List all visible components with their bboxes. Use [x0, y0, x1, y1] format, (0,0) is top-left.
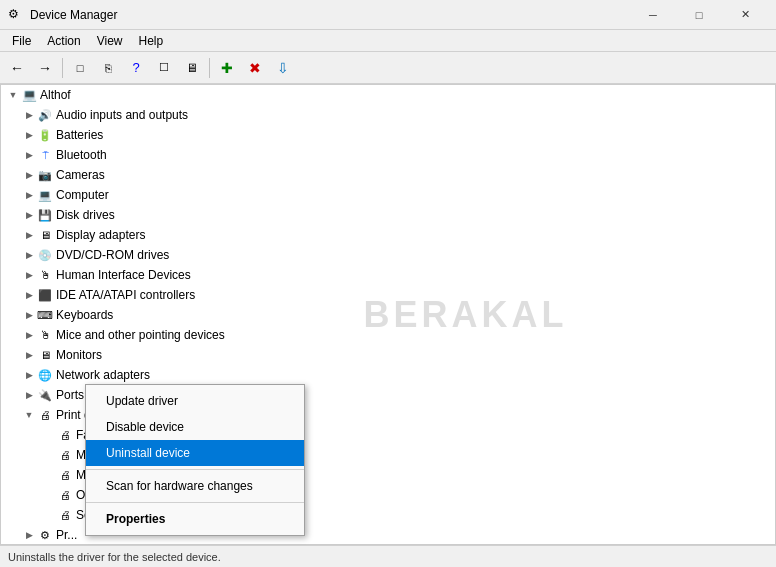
menu-bar: File Action View Help: [0, 30, 776, 52]
minimize-button[interactable]: ─: [630, 0, 676, 30]
ctx-update-driver[interactable]: Update driver: [86, 388, 304, 414]
hid-toggle[interactable]: ▶: [21, 267, 37, 283]
menu-file[interactable]: File: [4, 30, 39, 52]
monitor-button[interactable]: 🖥: [179, 55, 205, 81]
bluetooth-toggle[interactable]: ▶: [21, 147, 37, 163]
tree-bluetooth[interactable]: ▶ ⍑ Bluetooth: [1, 145, 775, 165]
tree-cameras[interactable]: ▶ 📷 Cameras: [1, 165, 775, 185]
tree-mice[interactable]: ▶ 🖱 Mice and other pointing devices: [1, 325, 775, 345]
ctx-uninstall-device[interactable]: Uninstall device: [86, 440, 304, 466]
window-title: Device Manager: [30, 8, 630, 22]
add-button[interactable]: ✚: [214, 55, 240, 81]
menu-help[interactable]: Help: [131, 30, 172, 52]
tree-batteries[interactable]: ▶ 🔋 Batteries: [1, 125, 775, 145]
maximize-button[interactable]: □: [676, 0, 722, 30]
mice-icon: 🖱: [37, 327, 53, 343]
display-button[interactable]: ☐: [151, 55, 177, 81]
tree-computer[interactable]: ▶ 💻 Computer: [1, 185, 775, 205]
window-controls: ─ □ ✕: [630, 0, 768, 30]
main-area: ▼ 💻 Althof ▶ 🔊 Audio inputs and outputs …: [0, 84, 776, 545]
root-toggle[interactable]: ▼: [5, 87, 21, 103]
hid-label: Human Interface Devices: [56, 268, 191, 282]
close-button[interactable]: ✕: [722, 0, 768, 30]
mice-label: Mice and other pointing devices: [56, 328, 225, 342]
ports-icon: 🔌: [37, 387, 53, 403]
properties-button[interactable]: □: [67, 55, 93, 81]
processors-icon: ⚙: [37, 527, 53, 543]
ports-toggle[interactable]: ▶: [21, 387, 37, 403]
root-label: Althof: [40, 88, 71, 102]
status-text: Uninstalls the driver for the selected d…: [8, 551, 221, 563]
audio-label: Audio inputs and outputs: [56, 108, 188, 122]
status-bar: Uninstalls the driver for the selected d…: [0, 545, 776, 567]
menu-action[interactable]: Action: [39, 30, 88, 52]
title-bar: ⚙ Device Manager ─ □ ✕: [0, 0, 776, 30]
computer-toggle[interactable]: ▶: [21, 187, 37, 203]
ide-icon: ⬛: [37, 287, 53, 303]
ctx-scan-hardware[interactable]: Scan for hardware changes: [86, 473, 304, 499]
printer3-icon: 🖨: [57, 467, 73, 483]
tree-root[interactable]: ▼ 💻 Althof: [1, 85, 775, 105]
disk-icon: 💾: [37, 207, 53, 223]
printqueues-icon: 🖨: [37, 407, 53, 423]
tree-keyboards[interactable]: ▶ ⌨ Keyboards: [1, 305, 775, 325]
remove-button[interactable]: ✖: [242, 55, 268, 81]
toolbar-sep-2: [209, 58, 210, 78]
mice-toggle[interactable]: ▶: [21, 327, 37, 343]
keyboards-label: Keyboards: [56, 308, 113, 322]
keyboards-icon: ⌨: [37, 307, 53, 323]
forward-button[interactable]: →: [32, 55, 58, 81]
update-driver-button[interactable]: ⎘: [95, 55, 121, 81]
disk-toggle[interactable]: ▶: [21, 207, 37, 223]
display-icon: 🖥: [37, 227, 53, 243]
ide-label: IDE ATA/ATAPI controllers: [56, 288, 195, 302]
computer-icon: 💻: [37, 187, 53, 203]
batteries-toggle[interactable]: ▶: [21, 127, 37, 143]
network-toggle[interactable]: ▶: [21, 367, 37, 383]
computer-label: Computer: [56, 188, 109, 202]
audio-toggle[interactable]: ▶: [21, 107, 37, 123]
tree-audio[interactable]: ▶ 🔊 Audio inputs and outputs: [1, 105, 775, 125]
printer1-icon: 🖨: [57, 427, 73, 443]
printqueues-toggle[interactable]: ▼: [21, 407, 37, 423]
scan-button[interactable]: ⇩: [270, 55, 296, 81]
tree-dvd[interactable]: ▶ 💿 DVD/CD-ROM drives: [1, 245, 775, 265]
batteries-icon: 🔋: [37, 127, 53, 143]
toolbar: ← → □ ⎘ ? ☐ 🖥 ✚ ✖ ⇩: [0, 52, 776, 84]
printer5-icon: 🖨: [57, 507, 73, 523]
network-label: Network adapters: [56, 368, 150, 382]
tree-display[interactable]: ▶ 🖥 Display adapters: [1, 225, 775, 245]
monitors-toggle[interactable]: ▶: [21, 347, 37, 363]
dvd-toggle[interactable]: ▶: [21, 247, 37, 263]
ctx-sep-1: [86, 469, 304, 470]
cameras-icon: 📷: [37, 167, 53, 183]
app-icon: ⚙: [8, 7, 24, 23]
toolbar-sep-1: [62, 58, 63, 78]
hid-icon: 🖱: [37, 267, 53, 283]
cameras-toggle[interactable]: ▶: [21, 167, 37, 183]
back-button[interactable]: ←: [4, 55, 30, 81]
ide-toggle[interactable]: ▶: [21, 287, 37, 303]
processors-toggle[interactable]: ▶: [21, 527, 37, 543]
ctx-properties[interactable]: Properties: [86, 506, 304, 532]
dvd-icon: 💿: [37, 247, 53, 263]
tree-ide[interactable]: ▶ ⬛ IDE ATA/ATAPI controllers: [1, 285, 775, 305]
batteries-label: Batteries: [56, 128, 103, 142]
ctx-sep-2: [86, 502, 304, 503]
tree-hid[interactable]: ▶ 🖱 Human Interface Devices: [1, 265, 775, 285]
tree-monitors[interactable]: ▶ 🖥 Monitors: [1, 345, 775, 365]
bluetooth-label: Bluetooth: [56, 148, 107, 162]
help-button[interactable]: ?: [123, 55, 149, 81]
monitors-label: Monitors: [56, 348, 102, 362]
network-icon: 🌐: [37, 367, 53, 383]
display-toggle[interactable]: ▶: [21, 227, 37, 243]
root-icon: 💻: [21, 87, 37, 103]
dvd-label: DVD/CD-ROM drives: [56, 248, 169, 262]
tree-network[interactable]: ▶ 🌐 Network adapters: [1, 365, 775, 385]
printer2-icon: 🖨: [57, 447, 73, 463]
keyboards-toggle[interactable]: ▶: [21, 307, 37, 323]
menu-view[interactable]: View: [89, 30, 131, 52]
cameras-label: Cameras: [56, 168, 105, 182]
ctx-disable-device[interactable]: Disable device: [86, 414, 304, 440]
tree-disk[interactable]: ▶ 💾 Disk drives: [1, 205, 775, 225]
